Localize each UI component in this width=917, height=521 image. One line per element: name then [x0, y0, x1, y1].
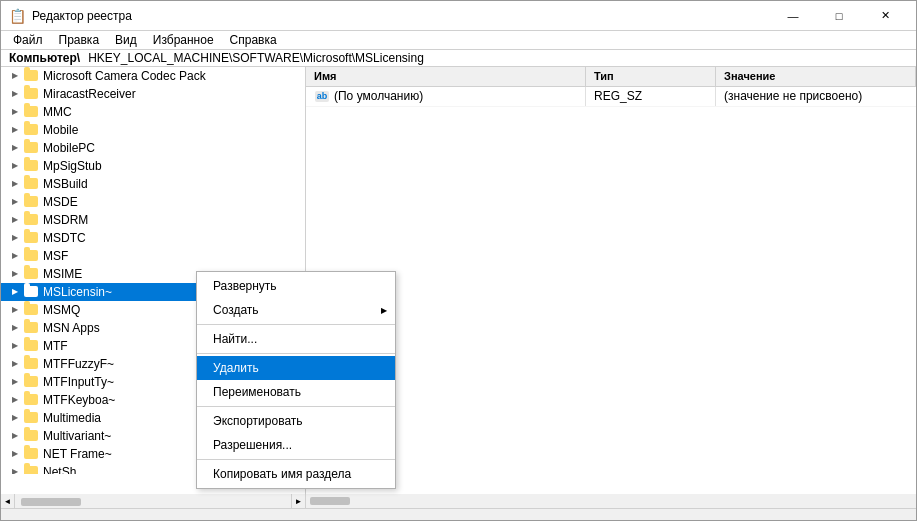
expand-icon-msime[interactable]: ▶: [9, 268, 21, 280]
expand-icon-miracast[interactable]: ▶: [9, 88, 21, 100]
menu-favorites[interactable]: Избранное: [145, 31, 222, 49]
expand-icon-mslicensing[interactable]: ▶: [9, 286, 21, 298]
menu-edit[interactable]: Правка: [51, 31, 108, 49]
folder-icon-mtfkeyboard: [23, 392, 39, 408]
address-label: Компьютер\: [9, 51, 80, 65]
menu-file[interactable]: Файл: [5, 31, 51, 49]
titlebar-buttons: — □ ✕: [770, 1, 908, 31]
ctx-item-delete[interactable]: Удалить: [197, 356, 395, 380]
ctx-item-rename[interactable]: Переименовать: [197, 380, 395, 404]
ctx-item-permissions[interactable]: Разрешения...: [197, 433, 395, 457]
folder-icon-camcodec: [23, 68, 39, 84]
tree-item-msdtc[interactable]: ▶MSDTC: [1, 229, 305, 247]
reg-value-cell-0: (значение не присвоено): [716, 87, 916, 106]
hscroll-tree[interactable]: ◄ ►: [1, 494, 306, 508]
expand-icon-mobile[interactable]: ▶: [9, 124, 21, 136]
tree-item-msde[interactable]: ▶MSDE: [1, 193, 305, 211]
ctx-item-expand[interactable]: Развернуть: [197, 274, 395, 298]
expand-icon-mtf[interactable]: ▶: [9, 340, 21, 352]
close-button[interactable]: ✕: [862, 1, 908, 31]
tree-item-label-netframe: NET Frame~: [43, 447, 112, 461]
folder-icon-netframe: [23, 446, 39, 462]
expand-icon-multimedia[interactable]: ▶: [9, 412, 21, 424]
reg-value-icon-0: ab: [314, 88, 330, 104]
menu-view[interactable]: Вид: [107, 31, 145, 49]
tree-item-label-msdtc: MSDTC: [43, 231, 86, 245]
folder-icon-msbuild: [23, 176, 39, 192]
expand-icon-multivariant[interactable]: ▶: [9, 430, 21, 442]
tree-item-label-msf: MSF: [43, 249, 68, 263]
tree-item-label-netsh: NetSh: [43, 465, 76, 474]
folder-icon-msde: [23, 194, 39, 210]
main-content: ▶Microsoft Camera Codec Pack▶MiracastRec…: [1, 67, 916, 494]
folder-icon-mmc: [23, 104, 39, 120]
tree-item-mobile[interactable]: ▶Mobile: [1, 121, 305, 139]
folder-icon-msime: [23, 266, 39, 282]
ctx-separator-1: [197, 324, 395, 325]
expand-icon-mtffuzzy[interactable]: ▶: [9, 358, 21, 370]
expand-icon-msnapps[interactable]: ▶: [9, 322, 21, 334]
tree-item-label-msnapps: MSN Apps: [43, 321, 100, 335]
app-icon: 📋: [9, 8, 26, 24]
tree-item-camcodec[interactable]: ▶Microsoft Camera Codec Pack: [1, 67, 305, 85]
expand-icon-msf[interactable]: ▶: [9, 250, 21, 262]
expand-icon-msmq[interactable]: ▶: [9, 304, 21, 316]
tree-item-mpsig[interactable]: ▶MpSigStub: [1, 157, 305, 175]
expand-icon-msdrm[interactable]: ▶: [9, 214, 21, 226]
folder-icon-msf: [23, 248, 39, 264]
window: 📋 Редактор реестра — □ ✕ Файл Правка Вид…: [0, 0, 917, 521]
titlebar: 📋 Редактор реестра — □ ✕: [1, 1, 916, 31]
ctx-separator-4: [197, 406, 395, 407]
folder-icon-msdtc: [23, 230, 39, 246]
tree-item-msbuild[interactable]: ▶MSBuild: [1, 175, 305, 193]
tree-item-label-mmc: MMC: [43, 105, 72, 119]
tree-item-msdrm[interactable]: ▶MSDRM: [1, 211, 305, 229]
ctx-item-create[interactable]: Создать▶: [197, 298, 395, 322]
tree-item-label-camcodec: Microsoft Camera Codec Pack: [43, 69, 206, 83]
tree-item-label-msime: MSIME: [43, 267, 82, 281]
tree-item-label-multivariant: Multivariant~: [43, 429, 111, 443]
minimize-button[interactable]: —: [770, 1, 816, 31]
expand-icon-mtfinput[interactable]: ▶: [9, 376, 21, 388]
reg-name-label-0: (По умолчанию): [334, 89, 423, 103]
ctx-separator-6: [197, 459, 395, 460]
hscroll-right[interactable]: [306, 494, 916, 508]
ctx-separator-2: [197, 353, 395, 354]
menu-help[interactable]: Справка: [222, 31, 285, 49]
right-panel: Имя Тип Значение ab(По умолчанию)REG_SZ(…: [306, 67, 916, 494]
ctx-item-find[interactable]: Найти...: [197, 327, 395, 351]
maximize-button[interactable]: □: [816, 1, 862, 31]
expand-icon-msbuild[interactable]: ▶: [9, 178, 21, 190]
tree-item-mmc[interactable]: ▶MMC: [1, 103, 305, 121]
registry-row-0[interactable]: ab(По умолчанию)REG_SZ(значение не присв…: [306, 87, 916, 107]
expand-icon-mtfkeyboard[interactable]: ▶: [9, 394, 21, 406]
tree-item-label-mpsig: MpSigStub: [43, 159, 102, 173]
expand-icon-mmc[interactable]: ▶: [9, 106, 21, 118]
tree-item-label-msdrm: MSDRM: [43, 213, 88, 227]
tree-item-miracast[interactable]: ▶MiracastReceiver: [1, 85, 305, 103]
folder-icon-miracast: [23, 86, 39, 102]
ctx-item-copy_name[interactable]: Копировать имя раздела: [197, 462, 395, 486]
tree-item-label-msde: MSDE: [43, 195, 78, 209]
folder-icon-mtffuzzy: [23, 356, 39, 372]
context-menu: РазвернутьСоздать▶Найти...УдалитьПереиме…: [196, 271, 396, 489]
col-header-value: Значение: [716, 67, 916, 86]
tree-item-msf[interactable]: ▶MSF: [1, 247, 305, 265]
expand-icon-msde[interactable]: ▶: [9, 196, 21, 208]
ctx-arrow-create: ▶: [381, 306, 387, 315]
tree-item-mobilepc[interactable]: ▶MobilePC: [1, 139, 305, 157]
tree-item-label-mtf: MTF: [43, 339, 68, 353]
folder-icon-mslicensing: [23, 284, 39, 300]
expand-icon-mobilepc[interactable]: ▶: [9, 142, 21, 154]
expand-icon-camcodec[interactable]: ▶: [9, 70, 21, 82]
expand-icon-msdtc[interactable]: ▶: [9, 232, 21, 244]
expand-icon-mpsig[interactable]: ▶: [9, 160, 21, 172]
expand-icon-netsh[interactable]: ▶: [9, 466, 21, 474]
reg-type-cell-0: REG_SZ: [586, 87, 716, 106]
col-header-name: Имя: [306, 67, 586, 86]
reg-name-cell-0: ab(По умолчанию): [306, 87, 586, 106]
expand-icon-netframe[interactable]: ▶: [9, 448, 21, 460]
folder-icon-mtf: [23, 338, 39, 354]
folder-icon-multivariant: [23, 428, 39, 444]
ctx-item-export[interactable]: Экспортировать: [197, 409, 395, 433]
